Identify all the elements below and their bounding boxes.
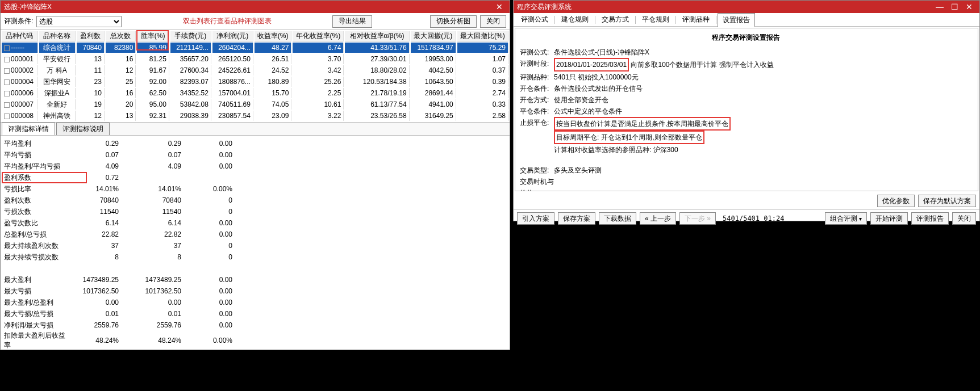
report-line: 评测品种:5401只 初始投入1000000元 — [520, 72, 972, 83]
metric-row: 亏损比率14.01%14.01%0.00% — [2, 183, 235, 195]
metric-row: 最大盈利1473489.251473489.250.00 — [2, 274, 235, 285]
tab-3[interactable]: 平仓规则 — [637, 12, 674, 27]
metrics-table: 平均盈利0.290.290.00平均亏损0.070.070.00平均盈利/平均亏… — [2, 138, 235, 357]
titlebar-right: 程序交易评测系统 ― ☐ ✕ — [514, 1, 979, 13]
table-row[interactable]: 000004国华网安232592.0082393.071808876...180… — [2, 77, 508, 87]
system-window: 程序交易评测系统 ― ☐ ✕ 评测公式建仓规则交易方式平仓规则评测品种设置报告 … — [513, 0, 980, 221]
tab-5[interactable]: 设置报告 — [718, 13, 755, 27]
switch-chart-button[interactable]: 切换分析图 — [430, 15, 477, 28]
table-row[interactable]: 000007全新好192095.0053842.08740511.6974.05… — [2, 99, 508, 110]
report-line: 评测公式:条件选股公式-(日线)-冲锋陷阵X — [520, 47, 972, 58]
cond-label: 评测条件: — [4, 16, 33, 26]
report-line: 评测时段:2018/01/01-2025/03/01 向前多取100个数据用于计… — [520, 58, 972, 72]
save-scheme-button[interactable]: 保存方案 — [558, 212, 595, 225]
column-header[interactable]: 盈利数 — [77, 31, 105, 41]
metric-row: 扣除最大盈利后收益率48.24%48.24%0.00% — [2, 331, 235, 350]
close-icon[interactable]: ✕ — [962, 2, 976, 12]
column-header[interactable]: 品种代码 — [2, 31, 38, 41]
column-header[interactable]: 总次数 — [106, 31, 136, 41]
next-step-button[interactable]: 下一步 » — [679, 212, 716, 225]
export-button[interactable]: 导出结果 — [332, 15, 372, 28]
metric-row: 扣除最大亏损后收益率48.29%48.29%0.00% — [2, 350, 235, 357]
column-header[interactable]: 年化收益率(%) — [293, 31, 344, 41]
metric-row: 最大亏损/总亏损0.010.010.00 — [2, 308, 235, 319]
tab-detail[interactable]: 评测指标详情 — [2, 123, 55, 135]
metric-row: 平均盈利/平均亏损4.094.090.00 — [2, 161, 235, 172]
table-row[interactable]: 000006深振业A101662.5034352.52157004.0115.7… — [2, 88, 508, 98]
tab-4[interactable]: 评测品种 — [677, 12, 715, 27]
report-buttons-row2: 引入方案 保存方案 下载数据 « 上一步 下一步 » 5401/5401 01:… — [514, 209, 979, 227]
column-header[interactable]: 最大回撤比(%) — [457, 31, 508, 41]
prev-step-button[interactable]: « 上一步 — [640, 212, 676, 225]
report-line: 开仓条件:条件选股公式发出的开仓信号 — [520, 83, 972, 94]
tab-0[interactable]: 评测公式 — [516, 12, 553, 27]
start-eval-button[interactable]: 开始评测 — [870, 212, 908, 225]
cond-select[interactable]: 选股 — [36, 16, 122, 27]
report-line: 交易时机与价位: — [520, 176, 972, 191]
report-line: 平仓条件:公式中定义的平仓条件 — [520, 106, 972, 117]
optimize-button[interactable]: 优化参数 — [877, 195, 915, 207]
report-panel: 程序交易评测设置报告 评测公式:条件选股公式-(日线)-冲锋陷阵X评测时段:20… — [515, 28, 978, 191]
metric-row: 最大亏损1017362.501017362.500.00 — [2, 285, 235, 297]
table-row[interactable]: 000002万 科A111291.6727600.34245226.6124.5… — [2, 65, 508, 75]
report-line: 开仓方式:使用全部资金开仓 — [520, 94, 972, 106]
metric-row: 平均亏损0.070.070.00 — [2, 149, 235, 161]
metrics-tabs: 评测指标详情 评测指标说明 — [1, 122, 510, 136]
report-line: 目标周期平仓: 开仓达到1个周期,则全部数量平仓 — [520, 131, 972, 144]
metric-row: 总盈利/总亏损22.8222.820.00 — [2, 229, 235, 240]
table-row[interactable]: 000001平安银行131681.2535657.20265120.5026.5… — [2, 54, 508, 64]
metric-row: 盈利系数0.72 — [2, 172, 235, 183]
column-header[interactable]: 手续费(元) — [170, 31, 211, 41]
close-icon[interactable]: ✕ — [493, 2, 506, 12]
tab-1[interactable]: 建仓规则 — [556, 12, 594, 27]
maximize-icon[interactable]: ☐ — [948, 2, 961, 12]
column-header[interactable]: 胜率(%) — [137, 31, 169, 41]
report-line: 计算相对收益率选择的参照品种: 沪深300 — [520, 144, 972, 155]
progress-status: 5401/5401 01:24 — [723, 215, 784, 222]
tab-2[interactable]: 交易方式 — [597, 12, 634, 27]
combo-eval-button[interactable]: 组合评测 — [825, 212, 867, 225]
hint-text: 双击列表行查看品种评测图表 — [125, 16, 329, 26]
column-header[interactable]: 收益率(%) — [255, 31, 291, 41]
results-table[interactable]: 品种代码品种名称盈利数总次数胜率(%)手续费(元)净利润(元)收益率(%)年化收… — [1, 30, 510, 122]
tab-desc[interactable]: 评测指标说明 — [56, 123, 110, 135]
toolbar: 评测条件: 选股 双击列表行查看品种评测图表 导出结果 切换分析图 关闭 — [1, 13, 510, 30]
metric-row: 平均盈利0.290.290.00 — [2, 138, 235, 149]
metric-row: 最大盈利/总盈利0.000.000.00 — [2, 297, 235, 308]
table-row[interactable]: 000008神州高铁121392.3129038.39230857.5423.0… — [2, 111, 508, 121]
import-scheme-button[interactable]: 引入方案 — [517, 212, 554, 225]
report-line: 止损平仓:按当日收盘价计算是否满足止损条件,按本周期最高价平仓 — [520, 117, 972, 131]
report-title: 程序交易评测设置报告 — [520, 32, 972, 43]
report-buttons-row1: 优化参数 保存为默认方案 — [514, 192, 979, 209]
window-title: 选股-冲锋陷阵X — [4, 2, 52, 12]
close-button[interactable]: 关闭 — [952, 212, 976, 225]
settings-tabs: 评测公式建仓规则交易方式平仓规则评测品种设置报告 — [514, 13, 979, 27]
eval-report-button[interactable]: 评测报告 — [911, 212, 949, 225]
results-window: 选股-冲锋陷阵X ✕ 评测条件: 选股 双击列表行查看品种评测图表 导出结果 切… — [0, 0, 510, 350]
metric-row: 盈利次数70840708400 — [2, 195, 235, 206]
metric-row: 盈亏次数比6.146.140.00 — [2, 217, 235, 229]
window-title: 程序交易评测系统 — [517, 2, 572, 12]
table-row[interactable]: ------综合统计708408238085.992121149...26042… — [2, 43, 508, 53]
column-header[interactable]: 相对收益率α/β(%) — [345, 31, 409, 41]
metric-row: 净利润/最大亏损2559.762559.760.00 — [2, 319, 235, 331]
save-default-button[interactable]: 保存为默认方案 — [918, 195, 976, 207]
minimize-icon[interactable]: ― — [933, 2, 946, 12]
report-line: 交易类型:多头及空头评测 — [520, 165, 972, 176]
close-button[interactable]: 关闭 — [480, 15, 506, 28]
download-data-button[interactable]: 下载数据 — [599, 212, 636, 225]
metric-row: 最大持续盈利次数37370 — [2, 240, 235, 251]
column-header[interactable]: 最大回撤(元) — [411, 31, 456, 41]
column-header[interactable]: 净利润(元) — [212, 31, 253, 41]
column-header[interactable]: 品种名称 — [39, 31, 76, 41]
metric-row: 最大持续亏损次数880 — [2, 251, 235, 263]
metric-row: 亏损次数11540115400 — [2, 206, 235, 217]
titlebar-left: 选股-冲锋陷阵X ✕ — [1, 1, 510, 13]
